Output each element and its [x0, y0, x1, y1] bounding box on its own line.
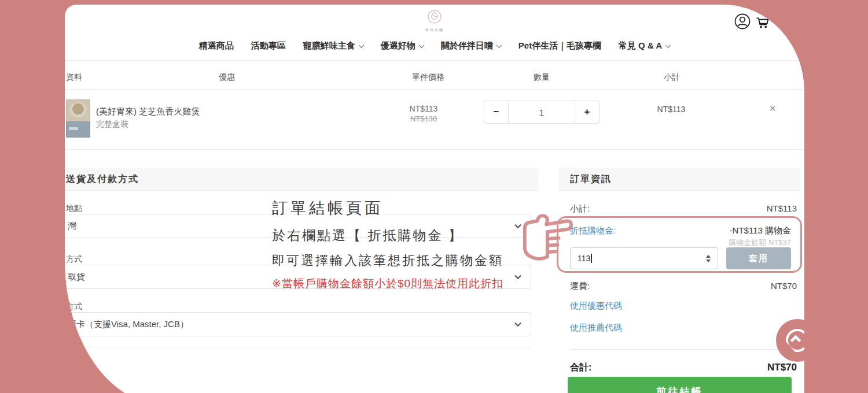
- checkout-page: { "colors": { "frame_pink": "#cd8280", "…: [0, 0, 868, 393]
- credit-applied-value: -NT$113 購物金: [730, 225, 791, 236]
- nav-item-goods[interactable]: 優選好物: [381, 40, 424, 51]
- cart-button[interactable]: [755, 14, 771, 33]
- credit-amount-input[interactable]: 113: [570, 247, 718, 269]
- quantity-decrease-button[interactable]: −: [484, 101, 509, 123]
- col-header-discount: 優惠: [219, 72, 235, 83]
- col-header-quantity: 數量: [534, 72, 550, 83]
- unit-price-block: NT$113 NT$130: [389, 104, 458, 123]
- total-label: 合計:: [570, 362, 591, 374]
- product-thumbnail[interactable]: [66, 99, 90, 138]
- annotation-line3: 即可選擇輸入該筆想折抵之購物金額: [272, 252, 503, 269]
- logo-flower-icon: [427, 9, 442, 24]
- credit-row: 折抵購物金: -NT$113 購物金: [570, 225, 791, 236]
- product-name[interactable]: (美好胃來) 芝芝魚香火雞煲: [96, 106, 200, 117]
- coupon-code-link[interactable]: 使用優惠代碼: [570, 301, 622, 312]
- quantity-increase-button[interactable]: +: [575, 101, 599, 123]
- delivery-section-header: 送貨及付款方式: [65, 168, 538, 191]
- nav-item-fresh-food[interactable]: 寵膳鮮味主食: [303, 40, 363, 51]
- apply-credit-button[interactable]: 套用: [726, 247, 791, 269]
- form-divider: [76, 347, 531, 347]
- number-spinner[interactable]: [706, 255, 711, 262]
- annotation-line2: 於右欄點選【 折抵購物金 】: [272, 227, 464, 244]
- subtotal-row: 小計: NT$113: [570, 203, 797, 214]
- main-nav: 精選商品 活動專區 寵膳鮮味主食 優選好物 關於伴拌日嚐 Pet伴生活｜毛孩專欄…: [65, 40, 804, 51]
- nav-item-featured[interactable]: 精選商品: [199, 40, 234, 51]
- nav-item-pet-life[interactable]: Pet伴生活｜毛孩專欄: [518, 40, 601, 51]
- annotation-warning: ※當帳戶購物金餘額小於$0則無法使用此折扣: [272, 276, 503, 291]
- chevron-down-icon: [514, 320, 521, 327]
- chevron-down-icon: [496, 42, 502, 48]
- credit-input-value: 113: [578, 254, 590, 263]
- shipping-value: NT$70: [771, 281, 797, 292]
- scroll-to-top-button[interactable]: [776, 319, 804, 362]
- text-cursor: [591, 254, 592, 263]
- nav-item-faq[interactable]: 常見 Q & A: [619, 40, 670, 51]
- cart-icon: [755, 14, 771, 31]
- checkout-button[interactable]: 前往結帳: [568, 377, 792, 393]
- spinner-up-icon: [706, 255, 711, 258]
- col-header-unit-price: 單件價格: [412, 72, 444, 83]
- annotation-title: 訂單結帳頁面: [272, 198, 383, 218]
- delivery-destination-label: 地點: [66, 203, 82, 214]
- subtotal-label: 小計:: [570, 203, 590, 214]
- shipping-label: 運費:: [570, 281, 590, 292]
- summary-divider: [570, 349, 797, 350]
- chevron-down-icon: [514, 273, 521, 279]
- col-header-product: 資料: [66, 72, 82, 83]
- chevron-down-icon: [665, 42, 671, 48]
- credit-balance: 購物金餘額 NT$37: [570, 238, 791, 248]
- account-icon: [734, 13, 751, 30]
- unit-price: NT$113: [389, 104, 458, 113]
- row-divider: [65, 149, 804, 150]
- total-value: NT$70: [767, 362, 797, 374]
- order-section-header: 訂單資訊: [558, 168, 800, 191]
- chevron-down-icon: [358, 42, 364, 48]
- quantity-value[interactable]: 1: [509, 101, 575, 123]
- account-button[interactable]: [734, 13, 751, 32]
- credit-link[interactable]: 折抵購物金:: [570, 225, 616, 236]
- site-logo[interactable]: 伴伴日嚐: [411, 9, 458, 33]
- total-row: 合計: NT$70: [570, 362, 797, 374]
- delivery-method-label: 方式: [66, 254, 82, 265]
- remove-item-button[interactable]: ✕: [764, 103, 781, 114]
- line-subtotal: NT$113: [637, 105, 706, 114]
- header-divider: [65, 60, 804, 61]
- page-panel: 伴伴日嚐 精選商品 活動專區 寵膳鮮味主食 優選好物 關於伴拌日嚐 Pet伴生活…: [65, 5, 804, 393]
- subtotal-value: NT$113: [767, 203, 797, 214]
- quantity-stepper: − 1 +: [484, 101, 599, 124]
- referral-code-link[interactable]: 使用推薦代碼: [570, 322, 622, 333]
- col-header-subtotal: 小計: [664, 72, 680, 83]
- payment-method-select[interactable]: 用卡（支援Visa, Master, JCB）: [65, 312, 531, 336]
- shipping-row: 運費: NT$70: [570, 281, 797, 292]
- table-header-divider: [65, 89, 804, 90]
- payment-method-label: 方式: [66, 302, 82, 312]
- nav-item-events[interactable]: 活動專區: [251, 40, 286, 51]
- product-variant: 完整盒裝: [96, 119, 128, 129]
- chevron-down-icon: [418, 42, 424, 48]
- logo-text: 伴伴日嚐: [411, 28, 458, 33]
- nav-item-about[interactable]: 關於伴拌日嚐: [441, 40, 501, 51]
- spinner-down-icon: [706, 259, 711, 262]
- original-price: NT$130: [389, 114, 458, 123]
